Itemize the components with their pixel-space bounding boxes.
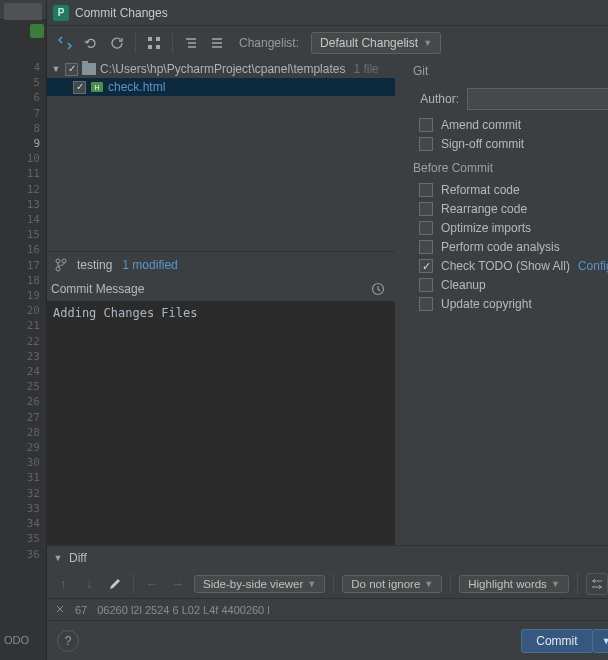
svg-text:H: H xyxy=(94,84,99,91)
history-icon[interactable] xyxy=(371,282,391,296)
tree-file-row[interactable]: H check.html xyxy=(47,78,395,96)
amend-row[interactable]: Amend commit xyxy=(413,118,608,132)
commit-message-header: Commit Message xyxy=(47,277,395,301)
tree-directory-row[interactable]: ▼ C:\Users\hp\PycharmProject\cpanel\temp… xyxy=(47,60,395,78)
help-button[interactable]: ? xyxy=(57,630,79,652)
prev-diff-icon[interactable]: ↑ xyxy=(53,574,73,594)
modified-count[interactable]: 1 modified xyxy=(122,258,177,272)
diff-expand-icon[interactable]: ▼ xyxy=(53,553,63,563)
chevron-down-icon: ▼ xyxy=(602,636,608,646)
optimize-label: Optimize imports xyxy=(441,221,531,235)
diff-status-left xyxy=(55,604,65,616)
rearrange-row[interactable]: Rearrange code xyxy=(413,202,608,216)
collapse-icon[interactable] xyxy=(207,33,227,53)
editor-gutter: 4567891011121314151617181920212223242526… xyxy=(0,0,46,660)
whitespace-select[interactable]: Do not ignore ▼ xyxy=(342,575,442,593)
changelist-select[interactable]: Default Changelist ▼ xyxy=(311,32,441,54)
expand-triangle-icon[interactable]: ▼ xyxy=(51,64,61,74)
editor-file-tab[interactable] xyxy=(4,3,42,20)
configure-link[interactable]: Configure xyxy=(578,259,608,273)
file-tree[interactable]: ▼ C:\Users\hp\PycharmProject\cpanel\temp… xyxy=(47,60,395,251)
changelist-value: Default Changelist xyxy=(320,36,418,50)
folder-icon xyxy=(82,63,96,75)
toolbar: Changelist: Default Changelist ▼ xyxy=(47,26,608,60)
dialog-title: Commit Changes xyxy=(75,6,168,20)
vcs-heading: Git xyxy=(413,64,608,78)
amend-label: Amend commit xyxy=(441,118,521,132)
directory-checkbox[interactable] xyxy=(65,63,78,76)
svg-point-7 xyxy=(62,259,66,263)
diff-header[interactable]: ▼ Diff xyxy=(47,546,608,570)
app-icon: P xyxy=(53,5,69,21)
diff-toolbar: ↑ ↓ ← → Side-by-side viewer ▼ Do not ign… xyxy=(47,570,608,598)
highlight-select[interactable]: Highlight words ▼ xyxy=(459,575,569,593)
author-input[interactable] xyxy=(467,88,608,110)
amend-checkbox[interactable] xyxy=(419,118,433,132)
collapse-unchanged-icon[interactable] xyxy=(586,573,608,595)
viewer-select[interactable]: Side-by-side viewer ▼ xyxy=(194,575,325,593)
chevron-down-icon: ▼ xyxy=(423,38,432,48)
back-icon[interactable]: ← xyxy=(142,574,162,594)
commit-message-label: Commit Message xyxy=(51,282,144,296)
cleanup-checkbox[interactable] xyxy=(419,278,433,292)
titlebar: P Commit Changes ✕ xyxy=(47,0,608,26)
svg-rect-0 xyxy=(148,37,152,41)
html-file-icon: H xyxy=(90,80,104,94)
undo-icon[interactable] xyxy=(81,33,101,53)
branch-icon xyxy=(55,258,67,272)
signoff-row[interactable]: Sign-off commit xyxy=(413,137,608,151)
line-numbers: 4567891011121314151617181920212223242526… xyxy=(27,60,40,562)
todo-row[interactable]: Check TODO (Show All) Configure xyxy=(413,259,608,273)
analysis-checkbox[interactable] xyxy=(419,240,433,254)
bottom-tab[interactable]: ODO xyxy=(4,634,29,646)
commit-button[interactable]: Commit xyxy=(521,629,592,653)
file-checkbox[interactable] xyxy=(73,81,86,94)
group-icon[interactable] xyxy=(144,33,164,53)
svg-point-6 xyxy=(56,259,60,263)
diff-section: ▼ Diff ↑ ↓ ← → Side-by-side viewer ▼ Do … xyxy=(47,545,608,620)
author-row: Author: xyxy=(413,88,608,110)
next-diff-icon[interactable]: ↓ xyxy=(79,574,99,594)
reformat-label: Reformat code xyxy=(441,183,520,197)
file-name: check.html xyxy=(108,80,165,94)
analysis-row[interactable]: Perform code analysis xyxy=(413,240,608,254)
commit-message-input[interactable]: Adding Changes Files xyxy=(47,301,395,545)
signoff-checkbox[interactable] xyxy=(419,137,433,151)
update-checkbox[interactable] xyxy=(419,297,433,311)
cleanup-label: Cleanup xyxy=(441,278,486,292)
update-label: Update copyright xyxy=(441,297,532,311)
branch-bar: testing 1 modified xyxy=(47,251,395,277)
author-label: Author: xyxy=(413,92,459,106)
rearrange-checkbox[interactable] xyxy=(419,202,433,216)
optimize-row[interactable]: Optimize imports xyxy=(413,221,608,235)
changelist-label: Changelist: xyxy=(239,36,299,50)
commit-split-button[interactable]: ▼ xyxy=(592,629,608,653)
optimize-checkbox[interactable] xyxy=(419,221,433,235)
update-row[interactable]: Update copyright xyxy=(413,297,608,311)
run-icon[interactable] xyxy=(30,24,44,38)
forward-icon[interactable]: → xyxy=(168,574,188,594)
gutter-icons xyxy=(30,24,44,42)
reload-icon[interactable] xyxy=(107,33,127,53)
reformat-row[interactable]: Reformat code xyxy=(413,183,608,197)
chevron-down-icon: ▼ xyxy=(307,579,316,589)
expand-icon[interactable] xyxy=(181,33,201,53)
chevron-down-icon: ▼ xyxy=(551,579,560,589)
svg-rect-3 xyxy=(156,45,160,49)
file-count: 1 file xyxy=(353,62,378,76)
chevron-down-icon: ▼ xyxy=(424,579,433,589)
todo-checkbox[interactable] xyxy=(419,259,433,273)
refresh-icon[interactable] xyxy=(55,33,75,53)
svg-rect-2 xyxy=(148,45,152,49)
right-panel: Git Author: Amend commit Sign-off commit… xyxy=(395,60,608,545)
edit-icon[interactable] xyxy=(105,574,125,594)
diff-status-bar: 67 06260 l2l 2524 6 L02 L4f 4400260 l V xyxy=(47,598,608,620)
reformat-checkbox[interactable] xyxy=(419,183,433,197)
branch-name[interactable]: testing xyxy=(77,258,112,272)
cleanup-row[interactable]: Cleanup xyxy=(413,278,608,292)
editor-tabs-area xyxy=(0,0,46,20)
diff-title: Diff xyxy=(69,551,87,565)
signoff-label: Sign-off commit xyxy=(441,137,524,151)
todo-label: Check TODO (Show All) xyxy=(441,259,570,273)
commit-dialog: P Commit Changes ✕ Changelist: Default C… xyxy=(46,0,608,660)
